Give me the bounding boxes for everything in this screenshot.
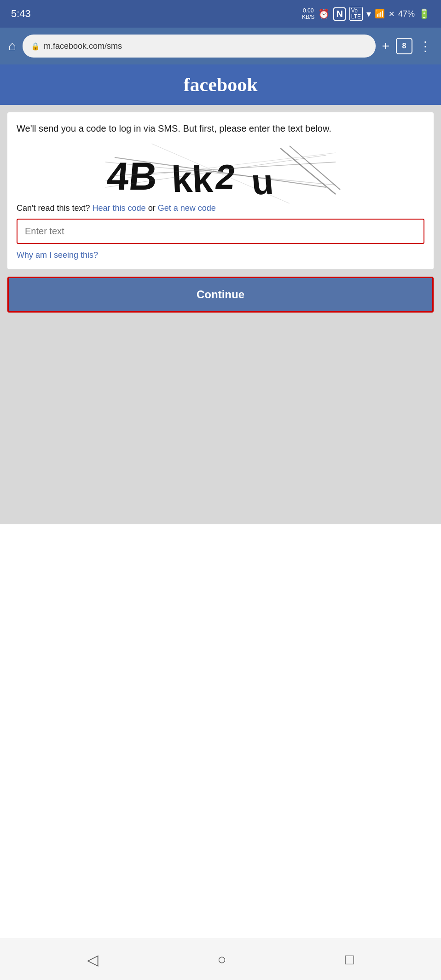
page-content: We'll send you a code to log in via SMS.… — [0, 105, 441, 524]
network-speed-icon: 0.00KB/S — [302, 7, 314, 21]
alarm-icon: ⏰ — [318, 8, 330, 19]
bottom-nav-bar: ◁ ○ □ — [0, 939, 441, 980]
new-tab-icon[interactable]: + — [382, 39, 389, 53]
browser-bar: ⌂ 🔒 m.facebook.com/sms + 8 ⋮ — [0, 28, 441, 64]
continue-button-wrapper: Continue — [7, 277, 434, 313]
captcha-svg: 4B kk 2 u — [17, 144, 424, 203]
lock-icon: 🔒 — [31, 42, 40, 51]
cant-read-text: Can't read this text? Hear this code or … — [17, 203, 424, 213]
hear-this-code-link[interactable]: Hear this code — [93, 203, 146, 213]
captcha-card: We'll send you a code to log in via SMS.… — [7, 112, 434, 269]
svg-text:kk: kk — [171, 159, 214, 200]
recent-apps-button[interactable]: □ — [345, 951, 354, 968]
back-nav-button[interactable]: ◁ — [87, 951, 99, 968]
battery-level: 47% — [398, 9, 415, 19]
nfc-icon: N — [333, 7, 345, 21]
browser-menu-icon[interactable]: ⋮ — [419, 39, 433, 54]
get-new-code-link[interactable]: Get a new code — [158, 203, 216, 213]
svg-text:u: u — [250, 162, 275, 202]
status-time: 5:43 — [11, 8, 31, 20]
home-icon[interactable]: ⌂ — [8, 39, 16, 53]
facebook-logo: facebook — [184, 74, 258, 95]
battery-icon: 🔋 — [418, 8, 430, 19]
captcha-input-wrapper — [17, 219, 424, 244]
continue-button[interactable]: Continue — [9, 278, 432, 311]
wifi-icon: ▾ — [366, 8, 371, 19]
status-icons: 0.00KB/S ⏰ N VoLTE ▾ 📶 ✕ 47% 🔋 — [302, 7, 430, 21]
instruction-text: We'll send you a code to log in via SMS.… — [17, 122, 424, 135]
home-nav-button[interactable]: ○ — [217, 951, 226, 968]
url-text: m.facebook.com/sms — [44, 41, 122, 51]
status-bar: 5:43 0.00KB/S ⏰ N VoLTE ▾ 📶 ✕ 47% 🔋 — [0, 0, 441, 28]
captcha-text-input[interactable] — [17, 220, 424, 243]
svg-text:4B: 4B — [105, 154, 159, 198]
facebook-header: facebook — [0, 64, 441, 105]
captcha-image: 4B kk 2 u — [17, 144, 424, 203]
white-space — [0, 524, 441, 939]
signal-icon: 📶 — [375, 9, 385, 19]
url-bar[interactable]: 🔒 m.facebook.com/sms — [23, 35, 376, 58]
tab-count-icon[interactable]: 8 — [396, 38, 412, 54]
volte-icon: VoLTE — [349, 7, 363, 21]
why-seeing-link[interactable]: Why am I seeing this? — [17, 250, 424, 260]
x-icon: ✕ — [389, 10, 395, 18]
